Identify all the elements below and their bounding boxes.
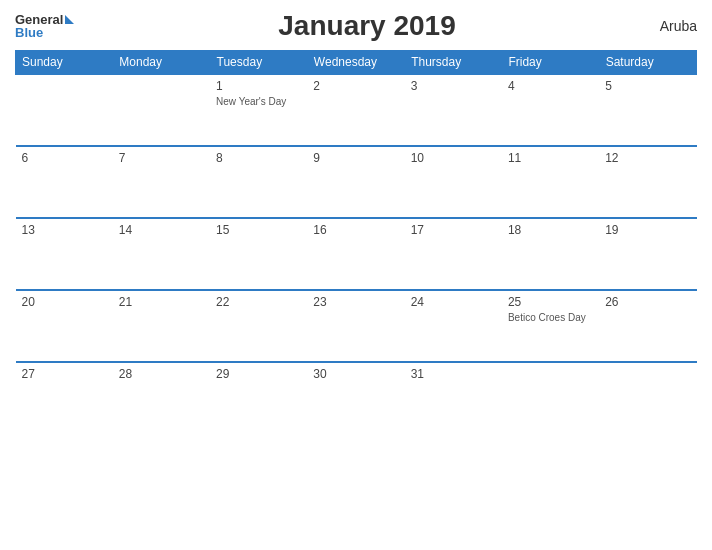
day-number: 13	[22, 223, 107, 237]
calendar-cell: 19	[599, 218, 696, 290]
header: General Blue January 2019 Aruba	[15, 10, 697, 42]
day-number: 11	[508, 151, 593, 165]
col-thursday: Thursday	[405, 51, 502, 75]
day-number: 31	[411, 367, 496, 381]
calendar-table: Sunday Monday Tuesday Wednesday Thursday…	[15, 50, 697, 434]
calendar-cell: 4	[502, 74, 599, 146]
logo: General Blue	[15, 13, 74, 39]
day-number: 18	[508, 223, 593, 237]
calendar-week-row: 202122232425Betico Croes Day26	[16, 290, 697, 362]
day-number: 2	[313, 79, 398, 93]
calendar-week-row: 13141516171819	[16, 218, 697, 290]
calendar-cell: 25Betico Croes Day	[502, 290, 599, 362]
col-saturday: Saturday	[599, 51, 696, 75]
col-wednesday: Wednesday	[307, 51, 404, 75]
calendar-cell	[16, 74, 113, 146]
calendar-cell: 21	[113, 290, 210, 362]
day-number: 26	[605, 295, 690, 309]
day-number: 21	[119, 295, 204, 309]
calendar-week-row: 2728293031	[16, 362, 697, 434]
logo-blue-text: Blue	[15, 26, 43, 39]
day-number: 3	[411, 79, 496, 93]
day-number: 23	[313, 295, 398, 309]
day-number: 8	[216, 151, 301, 165]
calendar-cell: 1New Year's Day	[210, 74, 307, 146]
calendar-cell: 7	[113, 146, 210, 218]
calendar-cell: 24	[405, 290, 502, 362]
month-title: January 2019	[278, 10, 455, 42]
calendar-cell: 12	[599, 146, 696, 218]
day-number: 10	[411, 151, 496, 165]
calendar-cell: 2	[307, 74, 404, 146]
calendar-header-row: Sunday Monday Tuesday Wednesday Thursday…	[16, 51, 697, 75]
calendar-cell: 23	[307, 290, 404, 362]
country-label: Aruba	[660, 18, 697, 34]
calendar-cell: 16	[307, 218, 404, 290]
calendar-cell	[113, 74, 210, 146]
calendar-week-row: 6789101112	[16, 146, 697, 218]
day-number: 20	[22, 295, 107, 309]
day-number: 24	[411, 295, 496, 309]
calendar-cell: 8	[210, 146, 307, 218]
holiday-label: Betico Croes Day	[508, 311, 593, 324]
page: General Blue January 2019 Aruba Sunday M…	[0, 0, 712, 550]
day-number: 30	[313, 367, 398, 381]
calendar-cell: 30	[307, 362, 404, 434]
calendar-cell: 28	[113, 362, 210, 434]
calendar-cell: 3	[405, 74, 502, 146]
calendar-cell: 11	[502, 146, 599, 218]
day-number: 5	[605, 79, 690, 93]
calendar-cell: 27	[16, 362, 113, 434]
day-number: 25	[508, 295, 593, 309]
col-tuesday: Tuesday	[210, 51, 307, 75]
calendar-cell: 20	[16, 290, 113, 362]
calendar-cell: 13	[16, 218, 113, 290]
calendar-cell: 18	[502, 218, 599, 290]
calendar-cell: 5	[599, 74, 696, 146]
calendar-cell	[599, 362, 696, 434]
day-number: 17	[411, 223, 496, 237]
calendar-cell: 15	[210, 218, 307, 290]
calendar-cell: 6	[16, 146, 113, 218]
day-number: 7	[119, 151, 204, 165]
day-number: 1	[216, 79, 301, 93]
day-number: 27	[22, 367, 107, 381]
calendar-cell: 22	[210, 290, 307, 362]
logo-triangle-icon	[65, 15, 74, 24]
day-number: 29	[216, 367, 301, 381]
day-number: 12	[605, 151, 690, 165]
day-number: 16	[313, 223, 398, 237]
calendar-cell: 31	[405, 362, 502, 434]
calendar-cell: 10	[405, 146, 502, 218]
day-number: 22	[216, 295, 301, 309]
col-sunday: Sunday	[16, 51, 113, 75]
day-number: 9	[313, 151, 398, 165]
day-number: 14	[119, 223, 204, 237]
day-number: 6	[22, 151, 107, 165]
calendar-cell: 29	[210, 362, 307, 434]
calendar-cell: 26	[599, 290, 696, 362]
day-number: 19	[605, 223, 690, 237]
col-monday: Monday	[113, 51, 210, 75]
day-number: 28	[119, 367, 204, 381]
calendar-cell: 14	[113, 218, 210, 290]
calendar-cell	[502, 362, 599, 434]
col-friday: Friday	[502, 51, 599, 75]
calendar-week-row: 1New Year's Day2345	[16, 74, 697, 146]
holiday-label: New Year's Day	[216, 95, 301, 108]
day-number: 4	[508, 79, 593, 93]
calendar-cell: 9	[307, 146, 404, 218]
day-number: 15	[216, 223, 301, 237]
calendar-cell: 17	[405, 218, 502, 290]
